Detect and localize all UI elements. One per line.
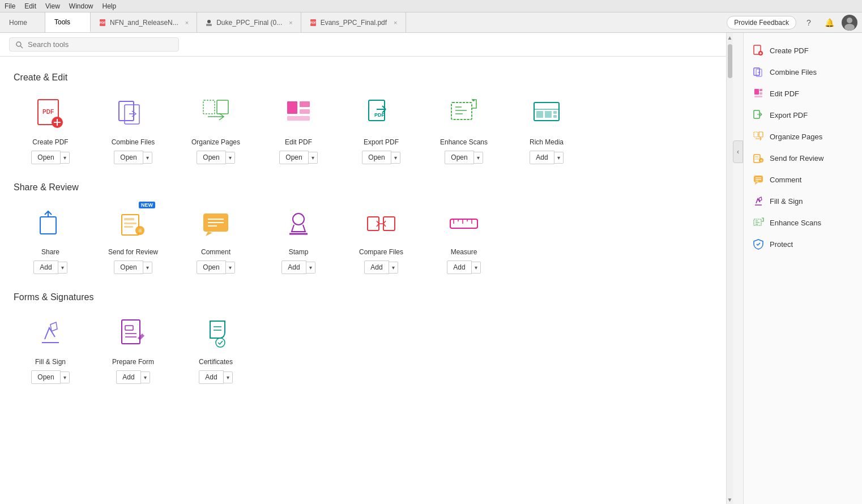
share-add-btn[interactable]: Add <box>33 260 58 274</box>
section-title-share-review: Share & Review <box>14 182 712 193</box>
menu-file[interactable]: File <box>5 2 15 10</box>
tab-close-evans[interactable]: × <box>394 19 397 26</box>
tab-close-duke[interactable]: × <box>289 19 292 26</box>
export-pdf-open-btn[interactable]: Open <box>362 151 391 164</box>
section-title-create-edit: Create & Edit <box>14 72 712 83</box>
comment-dropdown[interactable]: ▾ <box>226 262 235 274</box>
svg-text:PDF: PDF <box>42 109 54 115</box>
measure-add-btn[interactable]: Add <box>447 260 471 274</box>
enhance-scans-icon <box>447 97 481 131</box>
svg-rect-76 <box>755 156 758 157</box>
menu-window[interactable]: Window <box>69 2 93 10</box>
fill-sign-label: Fill & Sign <box>35 358 66 366</box>
menu-help[interactable]: Help <box>103 2 117 10</box>
prepare-form-dropdown[interactable]: ▾ <box>141 371 150 383</box>
rich-media-dropdown[interactable]: ▾ <box>554 152 564 164</box>
combine-files-icon <box>116 97 150 131</box>
rich-media-add-btn[interactable]: Add <box>530 151 554 164</box>
svg-rect-3 <box>206 24 212 26</box>
fill-sign-icon-wrapper <box>31 314 70 353</box>
combine-files-open-btn[interactable]: Open <box>114 151 143 164</box>
provide-feedback-button[interactable]: Provide Feedback <box>727 16 796 29</box>
right-panel-item-export-pdf[interactable]: Export PDF <box>744 104 862 126</box>
certificates-dropdown[interactable]: ▾ <box>224 371 233 383</box>
fill-sign-dropdown[interactable]: ▾ <box>61 371 70 383</box>
right-panel-item-organize-pages[interactable]: Organize Pages <box>744 126 862 147</box>
notifications-button[interactable]: 🔔 <box>821 15 837 31</box>
fill-sign-open-btn[interactable]: Open <box>31 370 60 384</box>
export-pdf-icon: PDF <box>364 97 398 131</box>
right-panel-item-protect[interactable]: Protect <box>744 233 862 255</box>
edit-pdf-dropdown[interactable]: ▾ <box>309 152 318 164</box>
stamp-add-btn[interactable]: Add <box>281 260 306 274</box>
scroll-up-btn[interactable]: ▲ <box>727 33 733 42</box>
measure-dropdown[interactable]: ▾ <box>472 262 481 274</box>
right-panel-item-edit-pdf[interactable]: Edit PDF <box>744 83 862 104</box>
combine-files-btn-group: Open ▾ <box>114 151 152 164</box>
right-panel-item-enhance-scans[interactable]: Enhance Scans <box>744 212 862 233</box>
tool-card-comment: Comment Open ▾ <box>179 204 253 274</box>
right-panel-item-fill-sign[interactable]: Fill & Sign <box>744 190 862 212</box>
help-button[interactable]: ? <box>801 15 817 31</box>
compare-files-add-btn[interactable]: Add <box>364 260 389 274</box>
scroll-down-btn[interactable]: ▼ <box>727 495 733 504</box>
tab-evans[interactable]: PDF Evans_PPC_Final.pdf × <box>301 12 406 32</box>
right-panel-send-for-review-icon: ≡ <box>753 152 764 164</box>
organize-pages-dropdown[interactable]: ▾ <box>226 152 235 164</box>
menu-view[interactable]: View <box>45 2 60 10</box>
organize-pages-open-btn[interactable]: Open <box>197 151 225 164</box>
right-panel-comment-label: Comment <box>770 176 801 184</box>
tools-grid-share-review: Share Add ▾ NEW <box>14 204 712 274</box>
tool-card-combine-files: Combine Files Open ▾ <box>96 94 170 164</box>
menu-edit[interactable]: Edit <box>24 2 36 10</box>
edit-pdf-open-btn[interactable]: Open <box>279 151 308 164</box>
tab-nfn[interactable]: PDF NFN_and_ReleaseN... × <box>91 12 197 32</box>
right-panel-item-create-pdf[interactable]: Create PDF <box>744 40 862 61</box>
compare-files-dropdown[interactable]: ▾ <box>389 262 398 274</box>
right-panel-item-comment[interactable]: Comment <box>744 169 862 190</box>
tab-tools[interactable]: Tools <box>45 12 91 32</box>
scrollbar[interactable]: ▲ ▼ <box>726 33 733 504</box>
svg-rect-68 <box>754 89 759 95</box>
enhance-scans-label: Enhance Scans <box>440 138 488 146</box>
svg-line-9 <box>20 46 23 48</box>
right-panel-item-send-for-review[interactable]: ≡ Send for Review <box>744 147 862 169</box>
certificates-add-btn[interactable]: Add <box>199 370 223 384</box>
prepare-form-add-btn[interactable]: Add <box>116 370 140 384</box>
search-input[interactable] <box>28 40 173 49</box>
create-pdf-open-btn[interactable]: Open <box>31 151 60 164</box>
export-pdf-dropdown[interactable]: ▾ <box>391 152 400 164</box>
scroll-thumb[interactable] <box>728 44 732 78</box>
send-for-review-icon-wrapper: NEW ≡ <box>113 204 153 244</box>
tool-card-enhance-scans: Enhance Scans Open ▾ <box>427 94 501 164</box>
tools-grid-create-edit: PDF Create PDF Open ▾ <box>14 94 712 164</box>
share-dropdown[interactable]: ▾ <box>58 262 67 274</box>
right-panel-comment-icon <box>753 174 764 185</box>
tab-duke[interactable]: Duke_PPC_Final (0... × <box>197 12 301 32</box>
send-for-review-dropdown[interactable]: ▾ <box>143 262 152 274</box>
enhance-scans-dropdown[interactable]: ▾ <box>474 152 483 164</box>
svg-rect-56 <box>125 326 133 330</box>
tab-close-nfn[interactable]: × <box>185 19 189 26</box>
send-for-review-open-btn[interactable]: Open <box>114 260 143 274</box>
panel-toggle-button[interactable]: ‹ <box>733 140 743 163</box>
right-panel-item-combine-files[interactable]: Combine Files <box>744 61 862 83</box>
compare-files-btn-group: Add ▾ <box>364 260 398 274</box>
create-pdf-dropdown[interactable]: ▾ <box>61 152 70 164</box>
svg-point-2 <box>207 20 211 23</box>
enhance-scans-open-btn[interactable]: Open <box>445 151 473 164</box>
avatar[interactable] <box>842 15 857 31</box>
combine-files-dropdown[interactable]: ▾ <box>143 152 152 164</box>
enhance-scans-btn-group: Open ▾ <box>445 151 483 164</box>
comment-open-btn[interactable]: Open <box>197 260 225 274</box>
organize-pages-label: Organize Pages <box>191 138 240 146</box>
edit-pdf-btn-group: Open ▾ <box>279 151 317 164</box>
svg-rect-19 <box>287 101 297 114</box>
svg-text:PDF: PDF <box>310 21 316 24</box>
svg-text:PDF: PDF <box>374 112 385 118</box>
stamp-dropdown[interactable]: ▾ <box>306 262 315 274</box>
svg-rect-22 <box>287 116 310 121</box>
tab-home[interactable]: Home <box>0 12 45 32</box>
svg-rect-48 <box>383 217 395 230</box>
right-panel-edit-pdf-label: Edit PDF <box>770 89 799 98</box>
